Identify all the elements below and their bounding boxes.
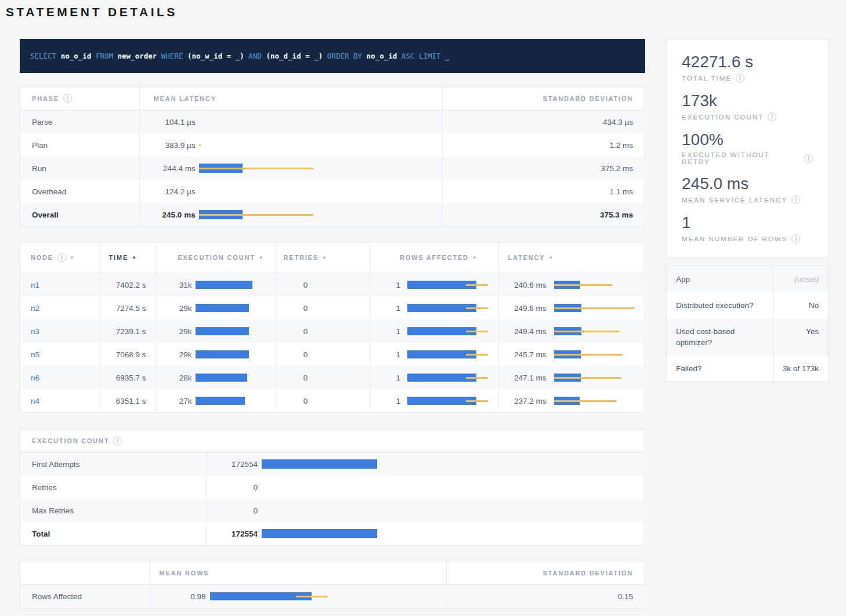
execution-count-value: 29k: [167, 350, 192, 359]
info-icon[interactable]: i: [804, 154, 813, 163]
latency-bar: [554, 350, 645, 359]
sql-identifier: _: [445, 52, 450, 60]
execution-count-header: EXECUTION COUNTi: [20, 430, 645, 452]
execution-count-label: Total: [20, 522, 207, 545]
time-value: 7068.9 s: [100, 343, 157, 366]
column-header-time[interactable]: TIME▼: [100, 242, 157, 273]
std-dev-value: 434.3 µs: [443, 110, 645, 133]
sql-keyword: ASC: [402, 52, 415, 60]
rows-affected-cell: 1: [370, 320, 499, 343]
mean-latency-cell: 244.4 ms: [140, 157, 443, 180]
property-value: No: [773, 292, 828, 318]
execution-count-label: Max Retries: [20, 499, 207, 522]
node-link[interactable]: n1: [31, 281, 39, 289]
summary-stat: 100%EXECUTED WITHOUT RETRYi: [682, 130, 813, 165]
info-icon[interactable]: i: [63, 94, 72, 103]
rows-affected-value: 1: [379, 397, 400, 405]
node-link[interactable]: n6: [31, 374, 39, 382]
latency-cell: 249.6 ms: [499, 296, 645, 320]
mean-bar: [262, 529, 377, 538]
execution-count-cell: 31k: [157, 273, 277, 296]
summary-stat-value: 245.0 ms: [682, 174, 813, 194]
std-dev-value: 1.2 ms: [443, 133, 645, 157]
info-icon[interactable]: i: [791, 234, 800, 243]
rows-affected-bar: [407, 280, 498, 289]
latency-bar: [199, 210, 442, 219]
statement-sql-text: SELECT no_o_id FROM new_order WHERE (no_…: [30, 52, 450, 60]
latency-value: 237.2 ms: [508, 397, 547, 405]
property-row: Failed?3k of 173k: [667, 356, 828, 382]
column-header-standard-deviation: STANDARD DEVIATION: [443, 87, 645, 110]
time-value: 7239.1 s: [100, 320, 157, 343]
latency-value: 247.1 ms: [508, 374, 547, 382]
column-header-execution-count[interactable]: EXECUTION COUNT▼: [157, 242, 277, 273]
node-link[interactable]: n4: [31, 397, 39, 405]
execution-count-cell: 27k: [157, 389, 277, 412]
summary-stat-label: TOTAL TIMEi: [682, 74, 813, 82]
execution-count-label: Retries: [20, 476, 207, 499]
column-header-rows-affected[interactable]: ROWS AFFECTED▼: [370, 242, 499, 273]
property-label: Used cost-based optimizer?: [667, 318, 773, 356]
node-cell: n3: [20, 320, 100, 343]
table-row: n46351.1 s27k01237.2 ms: [20, 389, 645, 412]
summary-stat: 173kEXECUTION COUNTi: [682, 91, 813, 121]
column-header-latency[interactable]: LATENCY▼: [499, 242, 645, 273]
phase-label: Run: [20, 157, 140, 180]
info-icon[interactable]: i: [736, 74, 744, 82]
property-row: Distributed execution?No: [667, 292, 828, 318]
info-icon[interactable]: i: [791, 195, 800, 204]
phase-table-header: PHASEiMEAN LATENCYSTANDARD DEVIATION: [20, 87, 645, 110]
mean-latency-value: 245.0 ms: [154, 211, 196, 219]
latency-bar: [554, 280, 645, 289]
sql-keyword: AND: [248, 52, 262, 60]
table-row: First Attempts172554: [20, 452, 645, 476]
stddev-whisker: [466, 400, 488, 402]
stddev-whisker: [466, 284, 488, 286]
table-row: n66935.7 s28k01247.1 ms: [20, 366, 645, 389]
execution-count-bar: [262, 483, 645, 492]
sql-keyword: ORDER BY: [327, 52, 362, 60]
execution-count-value: 29k: [167, 304, 192, 313]
info-icon[interactable]: i: [57, 253, 66, 262]
latency-value: 240.6 ms: [508, 281, 547, 289]
info-icon[interactable]: i: [113, 437, 122, 445]
table-row: Max Retries0: [20, 499, 645, 522]
column-header-node[interactable]: NODEi▼: [20, 242, 100, 273]
mean-latency-cell: 104.1 µs: [140, 110, 443, 133]
mean-bar: [196, 350, 249, 358]
execution-count-value-cell: 172554: [207, 522, 645, 545]
summary-stat-label: EXECUTED WITHOUT RETRYi: [682, 151, 813, 165]
std-dev-value: 375.3 ms: [443, 203, 645, 226]
execution-count-bar: [196, 303, 276, 313]
sql-identifier: (no_w_id = _): [187, 52, 244, 60]
mean-latency-value: 124.2 µs: [154, 187, 196, 196]
summary-stat-value: 173k: [682, 91, 813, 111]
latency-bar: [554, 327, 645, 336]
stddev-whisker: [199, 214, 313, 216]
node-cell: n4: [20, 389, 100, 412]
execution-count-value-cell: 0: [207, 499, 645, 522]
latency-bar: [554, 373, 645, 382]
execution-count-value: 0: [207, 483, 258, 492]
node-link[interactable]: n2: [31, 304, 39, 313]
mean-latency-value: 244.4 ms: [154, 164, 196, 173]
phase-label: Plan: [20, 133, 140, 157]
node-link[interactable]: n3: [31, 327, 39, 336]
node-link[interactable]: n5: [31, 350, 39, 359]
mean-bar: [262, 459, 377, 469]
column-header-retries[interactable]: RETRIES▼: [276, 242, 370, 273]
execution-count-value: 27k: [167, 397, 192, 405]
info-icon[interactable]: i: [768, 113, 776, 121]
rows-affected-label: Rows Affected: [20, 585, 150, 608]
property-label: Failed?: [667, 356, 773, 382]
table-row: Parse104.1 µs434.3 µs: [20, 110, 645, 133]
latency-bar: [199, 187, 442, 196]
mean-bar: [196, 397, 245, 405]
sql-identifier: no_o_id: [61, 52, 92, 60]
time-value: 7402.2 s: [100, 273, 157, 296]
page-title: STATEMENT DETAILS: [6, 5, 846, 19]
retries-value: 0: [276, 273, 370, 296]
column-header-empty: [20, 561, 150, 584]
table-row: Plan383.9 µs1.2 ms: [20, 133, 645, 157]
sql-identifier: new_order: [118, 52, 157, 60]
